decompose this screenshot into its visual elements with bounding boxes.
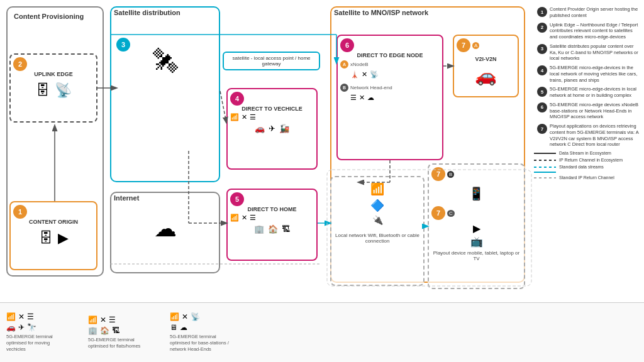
bottom-label-2: 5G-EMERGE terminal optimised for flats/h… <box>88 337 151 349</box>
legend-text-2: Uplink Edge – Northbound Edge / Teleport… <box>550 22 641 40</box>
terminal-icon-3: ☰ <box>250 113 256 121</box>
stream-item-3: Standard data streams <box>534 165 638 169</box>
apartment-icon: 🏗 <box>282 224 290 234</box>
bottom-home-icons: 🏢 🏠 🏗 <box>88 326 119 335</box>
b3-server: 🖥 <box>170 323 177 332</box>
b3-icon3: 📡 <box>191 312 200 321</box>
local-network-content: 📶 🔷 🔌 <box>331 177 423 230</box>
bluetooth-icon: 🔷 <box>336 199 418 212</box>
badge-4: 4 <box>230 92 244 106</box>
wifi-icon: 📶 <box>336 182 418 196</box>
node-2-icons: 🗄 📡 <box>11 82 96 99</box>
badge-7b: 7 <box>431 167 445 181</box>
legend-num-6: 6 <box>537 102 547 112</box>
tablet-icon: 📱 <box>429 186 524 201</box>
b1-car: 🚗 <box>6 323 16 332</box>
b2-icon2: ✕ <box>100 315 106 324</box>
n6-icon1: 🗼 <box>350 70 359 79</box>
n6-icon3: 📡 <box>370 70 379 79</box>
legend-item-5: 5 5G-EMERGE micro-edge-devices in local … <box>537 86 641 99</box>
circle-a-7: A <box>472 42 479 49</box>
node-4-terminal-icons: 📶 ✕ ☰ <box>230 113 314 121</box>
xnodeb-label: xNodeB <box>350 62 368 67</box>
tv-icon: 📺 <box>430 236 523 248</box>
node-1-content-origin: 1 CONTENT ORIGIN 🗄 ▶ <box>9 201 97 270</box>
legend-num-7: 7 <box>537 124 547 134</box>
b2-building: 🏢 <box>88 326 97 335</box>
badge-5: 5 <box>230 192 244 206</box>
content-provisioning-title: Content Provisioning <box>11 11 99 21</box>
b2-icon1: 📶 <box>88 315 97 324</box>
stream-line-solid-dark <box>534 153 556 154</box>
node-5-label: DIRECT TO HOME <box>228 206 316 212</box>
n6b-icon1: ☰ <box>350 94 357 102</box>
local-network-label: Local network Wifi, Bluetooth or cable c… <box>331 233 423 244</box>
stream-line-dashed-cyan <box>534 167 556 168</box>
playout-devices-box: 7 B 📱 7 C ▶ 📺 Playout device mobile, tab… <box>428 163 525 289</box>
b1-plane: ✈ <box>18 323 25 332</box>
legend-num-1: 1 <box>537 7 547 17</box>
node-6-label: DIRECT TO EDGE NODE <box>338 52 442 58</box>
sat-local-label: satellite - local access point / home ga… <box>223 52 320 70</box>
b2-apt: 🏗 <box>112 326 119 335</box>
badge-1: 1 <box>13 205 27 219</box>
vehicle-icons: 🚗 ✈ 🚂 <box>228 124 316 133</box>
b1-satellite: 🔭 <box>27 323 36 332</box>
stream-item-5: Standard IP Return Channel <box>534 175 638 180</box>
bottom-label-3: 5G-EMERGE terminal optimised for base-st… <box>170 334 233 352</box>
playout-label: Playout device mobile, tablet, laptop or… <box>429 250 524 261</box>
n6-icon2: ✕ <box>362 70 367 79</box>
legend-sidebar: 1 Content Provider Origin server hosting… <box>537 6 641 183</box>
b1-icon1: 📶 <box>6 312 16 321</box>
legend-num-4: 4 <box>537 65 547 75</box>
node-7a-label: V2I-V2N <box>454 56 518 62</box>
stream-line-dashed-gray <box>534 177 556 178</box>
node-1-icons: 🗄 ▶ <box>11 230 96 246</box>
sat-local-text: satellite - local access point / home ga… <box>232 55 310 67</box>
node5-icon1: 📶 <box>230 214 239 222</box>
legend-item-1: 1 Content Provider Origin server hosting… <box>537 6 641 19</box>
node-5-direct-home: 5 DIRECT TO HOME 📶 ✕ ☰ 🏢 🏠 🏗 <box>226 189 318 261</box>
bottom-label-1: 5G-EMERGE terminal optimised for moving … <box>6 334 69 352</box>
legend-num-2: 2 <box>537 23 547 33</box>
network-head-end-label: Network Head-end <box>350 85 392 90</box>
legend-list: 1 Content Provider Origin server hosting… <box>537 6 641 148</box>
legend-text-5: 5G-EMERGE micro-edge-devices in local ne… <box>550 86 641 99</box>
badge-7c: 7 <box>431 206 445 220</box>
node-4-direct-vehicle: 4 DIRECT TO VECHICLE 📶 ✕ ☰ 🚗 ✈ 🚂 <box>226 88 318 170</box>
terminal-icon-2: ✕ <box>242 113 247 121</box>
internet-section: Internet ☁ <box>110 192 220 273</box>
legend-item-3: 3 Satellite distributes popular content … <box>537 43 641 62</box>
node-6-sub-b: B Network Head-end <box>340 84 440 92</box>
b2-icon3: ☰ <box>109 315 116 324</box>
circle-a: A <box>340 60 348 69</box>
bottom-vehicle-icons: 🚗 ✈ 🔭 <box>6 323 36 332</box>
play-icon: ▶ <box>58 230 69 246</box>
train-icon: 🚂 <box>279 124 289 133</box>
bottom-bar: 📶 ✕ ☰ 🚗 ✈ 🔭 5G-EMERGE terminal optimised… <box>0 302 644 362</box>
stream-item-4 <box>534 172 638 173</box>
node-6-b-icons: ☰ ✕ ☁ <box>350 94 440 102</box>
legend-text-3: Satellite distributes popular content ov… <box>550 43 641 62</box>
node5-icon3: ☰ <box>250 214 256 222</box>
stream-label-1: Data Stream in Ecosystem <box>559 151 611 155</box>
stream-label-3: Standard data streams <box>559 165 604 169</box>
node-2-label: UPLINK EDGE <box>11 71 96 77</box>
car-icon: 🚗 <box>255 124 265 133</box>
legend-item-6: 6 5G-EMERGE micro-edge devices xNodeB ba… <box>537 102 641 120</box>
stream-legend: Data Stream in Ecosystem IP Return Chann… <box>534 151 638 180</box>
legend-text-7: Playout applications on devices retrievi… <box>550 123 641 148</box>
circle-c-7: C <box>447 210 455 217</box>
bottom-icons-3: 📶 ✕ 📡 <box>170 312 200 321</box>
terminal-icon-1: 📶 <box>230 113 239 121</box>
node-6-a-icons: 🗼 ✕ 📡 <box>350 70 440 79</box>
node-5-terminal-icons: 📶 ✕ ☰ <box>230 214 314 222</box>
legend-text-4: 5G-EMERGE micro-edge-devices in the loca… <box>550 65 641 83</box>
stream-label-2: IP Return Channel in Ecosystem <box>559 158 623 162</box>
circle-b-7: B <box>447 171 454 178</box>
legend-item-4: 4 5G-EMERGE micro-edge-devices in the lo… <box>537 65 641 83</box>
usb-icon: 🔌 <box>336 215 418 225</box>
satellite-dish-icon: 📡 <box>55 82 72 99</box>
plane-icon: ✈ <box>269 124 275 133</box>
stream-line-solid-cyan <box>534 172 556 173</box>
